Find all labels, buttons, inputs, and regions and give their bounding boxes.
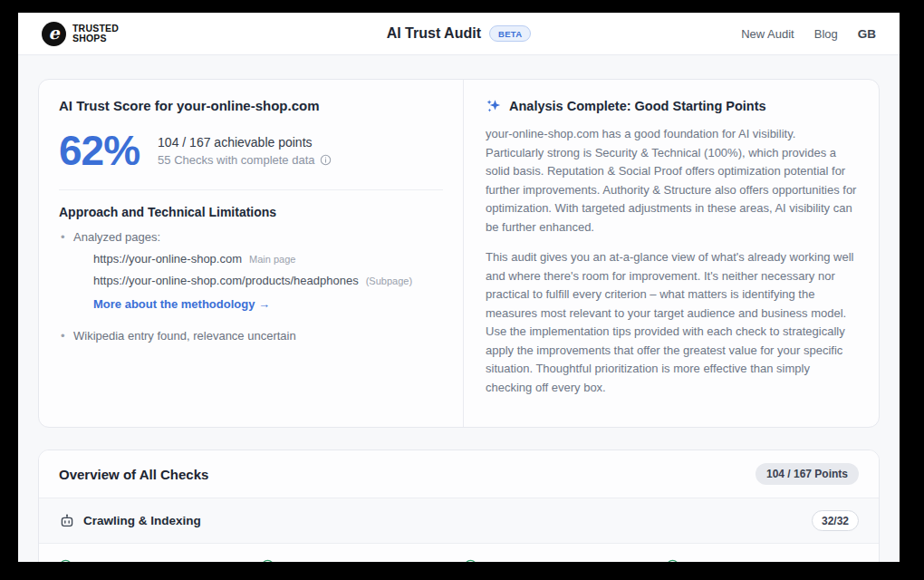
divider xyxy=(59,189,443,190)
language-switcher[interactable]: GB xyxy=(858,27,876,41)
checks-complete-text: 55 Checks with complete data xyxy=(158,153,314,167)
header-nav: New Audit Blog GB xyxy=(741,27,876,41)
checks-complete-line: 55 Checks with complete data xyxy=(158,153,331,167)
methodology-link[interactable]: More about the methodology → xyxy=(93,297,270,311)
check-name: GPTBot Access xyxy=(281,559,362,562)
trust-score-value: 62% xyxy=(59,126,140,175)
analyzed-page-row: https://your-online-shop.comMain page xyxy=(93,252,443,266)
analyzed-pages-item: Analyzed pages: https://your-online-shop… xyxy=(59,230,443,322)
checks-grid: Google-Extended Access (4/4 Points) GPTB… xyxy=(39,543,879,562)
logo-text: TRUSTED SHOPS xyxy=(72,24,119,44)
limitations-list: Analyzed pages: https://your-online-shop… xyxy=(59,230,443,343)
overview-card: Overview of All Checks 104 / 167 Points … xyxy=(38,450,880,562)
check-circle-icon xyxy=(59,559,72,562)
overview-title: Overview of All Checks xyxy=(59,467,208,482)
check-points: (4/4 Points) xyxy=(216,561,253,562)
analyzed-page-row: https://your-online-shop.com/products/he… xyxy=(93,274,443,287)
page-tag: (Subpage) xyxy=(366,276,412,286)
score-summary-card: AI Trust Score for your-online-shop.com … xyxy=(38,79,880,428)
page-url: https://your-online-shop.com/products/he… xyxy=(93,274,359,287)
analysis-header: Analysis Complete: Good Starting Points xyxy=(486,98,857,114)
check-points: (4/4 Points) xyxy=(369,561,421,562)
analysis-panel: Analysis Complete: Good Starting Points … xyxy=(463,80,879,427)
total-points-badge: 104 / 167 Points xyxy=(756,463,859,485)
analysis-paragraph-1: your-online-shop.com has a good foundati… xyxy=(486,125,857,237)
overview-header: Overview of All Checks 104 / 167 Points xyxy=(39,450,879,498)
check-item-meta-ai[interactable]: Meta AI Access (4/4 Points) xyxy=(666,559,859,562)
analysis-paragraph-2: This audit gives you an at-a-glance view… xyxy=(486,248,857,397)
info-icon[interactable] xyxy=(320,154,332,166)
page-tag: Main page xyxy=(249,254,295,265)
check-name: Meta AI Access xyxy=(686,559,765,562)
achievable-points: 104 / 167 achievable points xyxy=(158,135,331,150)
limitations-title: Approach and Technical Limitations xyxy=(59,205,443,219)
check-item-gptbot[interactable]: GPTBot Access (4/4 Points) xyxy=(261,559,454,562)
analysis-title: Analysis Complete: Good Starting Points xyxy=(509,99,766,113)
check-circle-icon xyxy=(666,559,679,562)
section-crawling-indexing[interactable]: Crawling & Indexing 32/32 xyxy=(39,498,879,543)
check-item-google-extended[interactable]: Google-Extended Access (4/4 Points) xyxy=(59,559,252,562)
page-url: https://your-online-shop.com xyxy=(93,252,242,266)
screenshot-frame: e TRUSTED SHOPS AI Trust Audit BETA New … xyxy=(0,0,924,580)
beta-badge: BETA xyxy=(489,25,531,42)
wikipedia-note-item: Wikipedia entry found, relevance uncerta… xyxy=(59,329,443,343)
check-name: Google-Extended Access xyxy=(79,559,209,562)
check-name: Anthropic-AI Access xyxy=(484,559,588,562)
page-title: AI Trust Audit xyxy=(387,25,481,42)
check-item-anthropic-ai[interactable]: Anthropic-AI Access (4/4 Points) xyxy=(464,559,657,562)
app-header: e TRUSTED SHOPS AI Trust Audit BETA New … xyxy=(18,13,900,55)
main-content: AI Trust Score for your-online-shop.com … xyxy=(18,55,900,562)
check-points: (4/4 Points) xyxy=(771,561,823,562)
trust-score-panel: AI Trust Score for your-online-shop.com … xyxy=(39,80,463,427)
section-score-badge: 32/32 xyxy=(812,510,859,531)
trusted-shops-e-icon: e xyxy=(42,22,66,46)
trusted-shops-logo[interactable]: e TRUSTED SHOPS xyxy=(42,22,119,46)
check-circle-icon xyxy=(464,559,477,562)
robot-icon xyxy=(59,513,75,529)
nav-blog[interactable]: Blog xyxy=(814,27,838,41)
score-card-title: AI Trust Score for your-online-shop.com xyxy=(59,98,443,113)
nav-new-audit[interactable]: New Audit xyxy=(741,27,794,41)
score-row: 62% 104 / 167 achievable points 55 Check… xyxy=(59,126,443,175)
analyzed-pages-label: Analyzed pages: xyxy=(73,230,160,244)
sparkles-icon xyxy=(486,98,502,114)
browser-viewport: e TRUSTED SHOPS AI Trust Audit BETA New … xyxy=(18,13,900,562)
check-points: (4/4 Points) xyxy=(593,561,646,562)
section-name: Crawling & Indexing xyxy=(83,514,201,527)
check-circle-icon xyxy=(261,559,274,562)
